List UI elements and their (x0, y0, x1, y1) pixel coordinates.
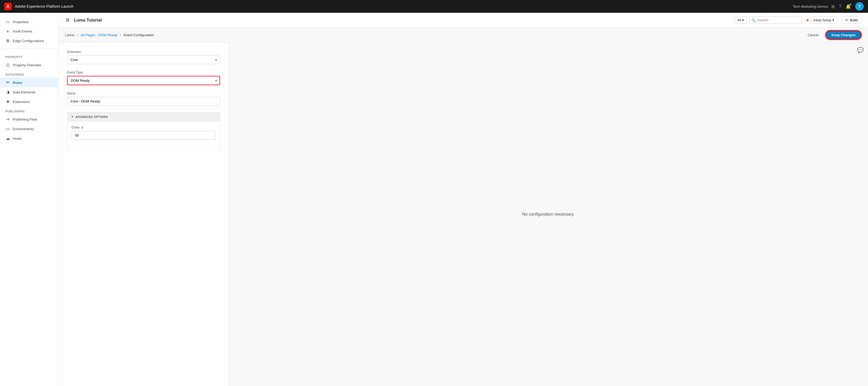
sidebar: ▭ Properties ≡ Audit Events ⊞ Edge Confi… (0, 13, 59, 386)
breadcrumb-separator-2: > (120, 33, 122, 37)
publishing-flow-icon: ⇒ (5, 117, 10, 122)
notification-badge (849, 3, 851, 6)
order-info-icon[interactable]: ℹ (82, 126, 83, 129)
extension-label: Extension (67, 50, 220, 54)
hosts-icon: ☁ (5, 136, 10, 141)
sidebar-item-environments[interactable]: ▭ Environments (0, 124, 58, 133)
app-title: Adobe Experience Platform Launch (15, 4, 73, 8)
name-label: Name (67, 92, 220, 95)
app-logo: A (4, 3, 12, 10)
extension-select-wrapper: Core ▾ (67, 55, 220, 64)
comment-icon[interactable]: 💬 (857, 47, 864, 53)
top-nav-icons: ⊞ ? 🔔 T (831, 2, 864, 11)
data-elements-icon: ◑ (5, 90, 10, 94)
event-type-select-wrapper: DOM Ready Click Page Bottom Window Loade… (67, 76, 220, 85)
breadcrumb-actions: Cancel Keep Changes (804, 30, 862, 40)
build-icon: ✄ (845, 18, 848, 22)
extensions-icon: ❖ (5, 99, 10, 104)
sidebar-item-hosts[interactable]: ☁ Hosts (0, 133, 58, 143)
rules-icon: ✂ (5, 80, 10, 85)
sidebar-item-rules[interactable]: ✂ Rules (0, 78, 58, 87)
notification-icon[interactable]: 🔔 (846, 4, 851, 9)
sidebar-item-edge-configurations[interactable]: ⊞ Edge Configurations (0, 36, 58, 46)
audit-events-icon: ≡ (5, 29, 10, 33)
breadcrumb-latest[interactable]: Latest (65, 33, 74, 37)
order-group: Order ℹ (71, 126, 216, 140)
env-chevron-icon: ▾ (832, 18, 834, 22)
cancel-button[interactable]: Cancel (804, 31, 822, 38)
event-type-select[interactable]: DOM Ready Click Page Bottom Window Loade… (67, 76, 220, 85)
main-content: 🖥 Luma Tutorial All ▾ 🔍 Initial Setup ▾ (59, 13, 868, 386)
search-container: All ▾ 🔍 (735, 17, 802, 24)
sub-header: 🖥 Luma Tutorial All ▾ 🔍 Initial Setup ▾ (59, 13, 868, 28)
event-type-group: Event Type DOM Ready Click Page Bottom W… (67, 70, 220, 85)
build-button[interactable]: ✄ Build (841, 17, 862, 24)
edge-configurations-icon: ⊞ (5, 38, 10, 43)
monitor-icon: 🖥 (65, 17, 70, 23)
name-group: Name (67, 92, 220, 106)
content-area: Extension Core ▾ Event Type DOM Ready (59, 42, 868, 386)
sidebar-item-properties[interactable]: ▭ Properties (0, 17, 58, 27)
advanced-options-chevron-icon: ▾ (71, 115, 73, 118)
search-icon: 🔍 (751, 18, 756, 22)
search-input[interactable] (749, 17, 802, 24)
right-panel: No configuration necessary. 💬 (229, 42, 868, 386)
search-wrapper: 🔍 (749, 17, 802, 24)
advanced-options-body: Order ℹ (67, 121, 220, 151)
sidebar-item-data-elements[interactable]: ◑ Data Elements (0, 87, 58, 97)
order-input[interactable] (71, 131, 216, 140)
breadcrumb-all-pages[interactable]: All Pages - DOM Ready (81, 33, 117, 37)
filter-chevron-icon: ▾ (742, 18, 744, 22)
sidebar-item-extensions[interactable]: ❖ Extensions (0, 97, 58, 107)
breadcrumb-separator-1: > (76, 33, 79, 37)
environments-icon: ▭ (5, 126, 10, 131)
name-input[interactable] (67, 97, 220, 106)
extension-select[interactable]: Core (67, 55, 220, 64)
env-status: Initial Setup ▾ (807, 17, 837, 24)
breadcrumb-current: Event Configuration (124, 33, 154, 37)
form-panel: Extension Core ▾ Event Type DOM Ready (59, 42, 229, 386)
advanced-options-header[interactable]: ▾ ADVANCED OPTIONS (67, 112, 220, 121)
sidebar-item-audit-events[interactable]: ≡ Audit Events (0, 27, 58, 36)
event-type-label: Event Type (67, 70, 220, 74)
breadcrumb-bar: Latest > All Pages - DOM Ready > Event C… (59, 28, 868, 42)
extension-group: Extension Core ▾ (67, 50, 220, 64)
property-title: Luma Tutorial (74, 18, 102, 23)
sidebar-item-property-overview[interactable]: ◫ Property Overview (0, 60, 58, 70)
grid-icon[interactable]: ⊞ (831, 4, 835, 9)
authoring-section-label: AUTHORING (0, 70, 58, 78)
property-section-label: PROPERTY (0, 52, 58, 60)
order-label: Order ℹ (71, 126, 216, 129)
help-icon[interactable]: ? (839, 4, 841, 9)
env-status-dot (807, 19, 809, 21)
org-name: Tech Marketing Demos (793, 4, 828, 8)
properties-icon: ▭ (5, 20, 10, 24)
keep-changes-button[interactable]: Keep Changes (826, 30, 862, 40)
app-layout: ▭ Properties ≡ Audit Events ⊞ Edge Confi… (0, 13, 868, 386)
top-nav: A Adobe Experience Platform Launch Tech … (0, 0, 868, 13)
sidebar-item-publishing-flow[interactable]: ⇒ Publishing Flow (0, 115, 58, 124)
no-config-text: No configuration necessary. (522, 212, 575, 217)
filter-dropdown[interactable]: All ▾ (735, 17, 747, 24)
avatar[interactable]: T (855, 2, 864, 11)
env-dropdown[interactable]: Initial Setup ▾ (810, 17, 837, 24)
advanced-options-section: ▾ ADVANCED OPTIONS Order ℹ (67, 112, 220, 151)
breadcrumb: Latest > All Pages - DOM Ready > Event C… (65, 33, 154, 37)
publishing-section-label: PUBLISHING (0, 107, 58, 115)
property-overview-icon: ◫ (5, 63, 10, 67)
